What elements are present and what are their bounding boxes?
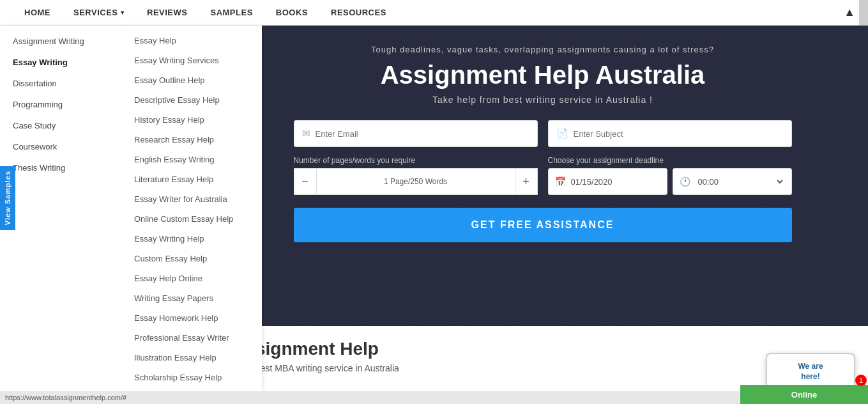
nav-reviews[interactable]: REVIEWS (135, 0, 199, 25)
subject-field-wrapper: 📄 (548, 120, 792, 147)
dropdown-essay-homework-help[interactable]: Essay Homework Help (121, 308, 262, 328)
dropdown-history-essay-help[interactable]: History Essay Help (121, 110, 262, 130)
chat-notification-badge: 1 (855, 375, 867, 386)
services-dropdown-arrow: ▾ (121, 9, 125, 16)
bottom-text: signment Help best MBA writing service i… (255, 339, 399, 373)
dropdown-programming[interactable]: Programming (0, 94, 121, 115)
page-counter: − 1 Page/250 Words + (294, 168, 538, 195)
dropdown-writing-essay-papers[interactable]: Writing Essay Papers (121, 288, 262, 308)
email-icon: ✉ (302, 128, 310, 139)
form-row-1: ✉ 📄 (294, 120, 792, 147)
navbar: HOME SERVICES ▾ REVIEWS SAMPLES BOOKS RE… (0, 0, 868, 26)
side-panel-label: View Samples (4, 171, 11, 225)
clock-icon: 🕐 (680, 176, 690, 187)
dropdown-research-essay-help[interactable]: Research Essay Help (121, 130, 262, 150)
dropdown-essay-writing-help[interactable]: Essay Writing Help (121, 229, 262, 249)
services-dropdown: Assignment Writing Essay Writing Dissert… (0, 26, 262, 404)
chat-online-bar[interactable]: Online (740, 385, 868, 404)
hero-tagline: Take help from best writing service in A… (432, 95, 653, 105)
status-url: https://www.totalassignmenthelp.com/# (5, 394, 126, 401)
dropdown-essay-outline-help[interactable]: Essay Outline Help (121, 70, 262, 90)
dropdown-essay-writing-services[interactable]: Essay Writing Services (121, 50, 262, 70)
bottom-subtext: best MBA writing service in Australia (255, 363, 399, 373)
nav-samples[interactable]: SAMPLES (199, 0, 264, 25)
dropdown-left-panel: Assignment Writing Essay Writing Dissert… (0, 26, 121, 404)
form-row-2: Number of pages/words you require − 1 Pa… (294, 156, 792, 195)
cta-button[interactable]: GET FREE ASSISTANCE (294, 208, 792, 242)
scrollbar-top-arrow[interactable]: ▲ (844, 6, 855, 19)
decrement-pages-button[interactable]: − (294, 168, 317, 195)
time-field[interactable]: 🕐 00:00 01:00 02:00 (673, 168, 792, 195)
nav-resources[interactable]: RESOURCES (319, 0, 398, 25)
calendar-icon: 📅 (555, 176, 566, 187)
email-input[interactable] (316, 129, 529, 139)
increment-pages-button[interactable]: + (515, 168, 538, 195)
dropdown-essay-writer-australia[interactable]: Essay Writer for Australia (121, 189, 262, 209)
chat-online-label: Online (791, 390, 817, 400)
pages-value: 1 Page/250 Words (317, 168, 515, 195)
deadline-group: Choose your assignment deadline 📅 01/15/… (548, 156, 792, 195)
nav-books[interactable]: BOOKS (264, 0, 319, 25)
dropdown-right-panel: Essay Help Essay Writing Services Essay … (121, 26, 262, 404)
dropdown-illustration-essay-help[interactable]: Illustration Essay Help (121, 348, 262, 368)
dropdown-coursework[interactable]: Coursework (0, 136, 121, 157)
date-value: 01/15/2020 (571, 177, 613, 187)
time-select[interactable]: 00:00 01:00 02:00 (696, 176, 785, 187)
bottom-heading: signment Help (255, 339, 399, 359)
scrollbar-handle[interactable] (859, 0, 868, 26)
dropdown-online-custom-essay-help[interactable]: Online Custom Essay Help (121, 209, 262, 229)
dropdown-assignment-writing[interactable]: Assignment Writing (0, 31, 121, 52)
pages-label: Number of pages/words you require (294, 156, 538, 165)
nav-home[interactable]: HOME (13, 0, 62, 25)
dropdown-essay-help-online[interactable]: Essay Help Online (121, 268, 262, 288)
hero-subtitle: Tough deadlines, vague tasks, overlappin… (371, 45, 714, 54)
dropdown-literature-essay-help[interactable]: Literature Essay Help (121, 169, 262, 189)
dropdown-essay-writing[interactable]: Essay Writing (0, 52, 121, 73)
dropdown-essay-help[interactable]: Essay Help (121, 31, 262, 50)
email-field-wrapper: ✉ (294, 120, 538, 147)
hero-title: Assignment Help Australia (381, 61, 705, 89)
nav-services[interactable]: SERVICES ▾ (62, 0, 135, 25)
deadline-label: Choose your assignment deadline (548, 156, 792, 165)
dropdown-dissertation[interactable]: Dissertation (0, 73, 121, 94)
dropdown-thesis-writing[interactable]: Thesis Writing (0, 157, 121, 178)
pages-group: Number of pages/words you require − 1 Pa… (294, 156, 538, 195)
dropdown-case-study[interactable]: Case Study (0, 115, 121, 136)
dropdown-scholarship-essay-help[interactable]: Scholarship Essay Help (121, 368, 262, 387)
view-samples-panel[interactable]: View Samples (0, 166, 15, 230)
dropdown-english-essay-writing[interactable]: English Essay Writing (121, 150, 262, 169)
chat-bubble-text: We arehere! (798, 362, 823, 382)
subject-input[interactable] (574, 129, 784, 139)
status-bar: https://www.totalassignmenthelp.com/# (0, 391, 740, 404)
dropdown-descriptive-essay-help[interactable]: Descriptive Essay Help (121, 90, 262, 110)
dropdown-professional-essay-writer[interactable]: Professional Essay Writer (121, 328, 262, 348)
chat-widget: We arehere! Online 1 (740, 353, 868, 404)
dropdown-custom-essay-help[interactable]: Custom Essay Help (121, 249, 262, 268)
date-field[interactable]: 📅 01/15/2020 (548, 168, 667, 195)
subject-icon: 📄 (556, 128, 568, 139)
